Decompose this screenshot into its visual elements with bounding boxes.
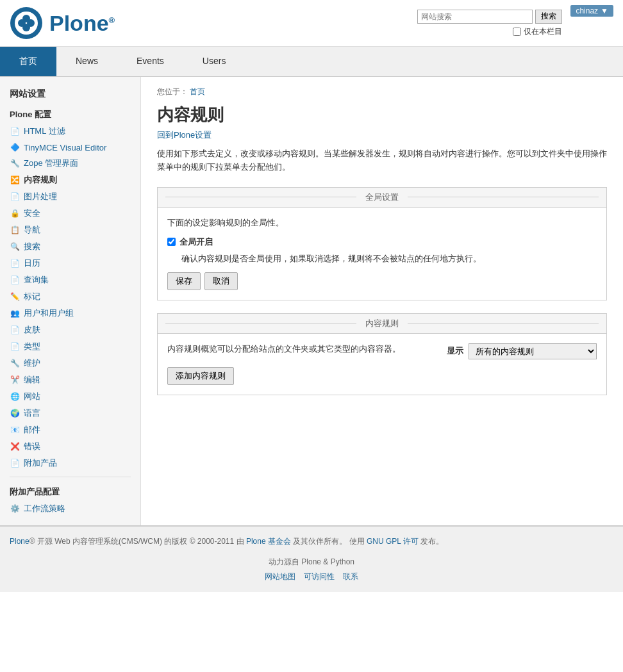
main-layout: 网站设置 Plone 配置 📄 HTML 过滤 🔷 TinyMCE Visual… [0, 77, 623, 525]
global-enable-checkbox-row: 全局开启 [167, 236, 597, 248]
sidebar-item-editing[interactable]: ✂️ 编辑 [0, 372, 140, 388]
global-settings-title: 全局设置 [361, 192, 403, 203]
sidebar-item-search[interactable]: 🔍 搜索 [0, 238, 140, 255]
sidebar-item-calendar[interactable]: 📄 日历 [0, 255, 140, 272]
image-icon: 📄 [10, 192, 20, 202]
collection-icon: 📄 [10, 275, 20, 285]
scissors-icon: ✂️ [10, 375, 20, 385]
sidebar-item-collection[interactable]: 📄 查询集 [0, 272, 140, 288]
section-line-right2 [408, 323, 599, 324]
global-enable-label: 全局开启 [179, 236, 213, 248]
calendar-icon: 📄 [10, 258, 20, 268]
footer-copyright: Plone® 开源 Web 内容管理系统(CMS/WCM) 的版权 © 2000… [10, 536, 613, 547]
content-rules-section: 内容规则 内容规则概览可以分配给站点的文件夹或其它类型的内容容器。 显示 所有的… [157, 313, 607, 395]
sidebar-item-skins[interactable]: 📄 皮肤 [0, 322, 140, 338]
search-local-label: 仅在本栏目 [524, 26, 562, 37]
sidebar-item-image[interactable]: 📄 图片处理 [0, 188, 140, 205]
footer-sitemap-link[interactable]: 网站地图 [265, 572, 295, 581]
section-line-right [408, 197, 599, 197]
sidebar-item-maintenance[interactable]: 🔧 维护 [0, 355, 140, 372]
sidebar-divider [10, 477, 131, 477]
sidebar-section-title: 网站设置 [0, 83, 140, 105]
sidebar-item-html-filter[interactable]: 📄 HTML 过滤 [0, 123, 140, 140]
search-area: 搜索 仅在本栏目 [417, 10, 562, 37]
content-area: 您位于： 首页 内容规则 回到Plone设置 使用如下形式去定义，改变或移动内容… [141, 77, 623, 525]
maintenance-icon: 🔧 [10, 358, 20, 368]
lock-icon: 🔒 [10, 208, 20, 218]
logo-text: Plone® [49, 11, 115, 36]
save-button[interactable]: 保存 [167, 272, 201, 290]
diamond-icon: 🔷 [10, 142, 20, 152]
global-enable-desc: 确认内容规则是否全局使用，如果取消选择，规则将不会被站点的任何地方执行。 [181, 253, 597, 265]
footer-gpl-link[interactable]: GNU GPL 许可 [367, 537, 419, 546]
dropdown-arrow-icon: ▼ [601, 6, 608, 15]
svg-point-5 [22, 24, 30, 31]
error-icon: ❌ [10, 441, 20, 452]
sidebar-item-language[interactable]: 🌍 语言 [0, 405, 140, 422]
footer: Plone® 开源 Web 内容管理系统(CMS/WCM) 的版权 © 2000… [0, 525, 623, 592]
search-button[interactable]: 搜索 [535, 10, 562, 24]
content-rules-header: 内容规则 [158, 314, 606, 334]
footer-powered: 动力源自 Plone & Python [10, 557, 613, 568]
document-icon: 📄 [10, 126, 20, 136]
footer-plone-link[interactable]: Plone [10, 537, 29, 546]
sidebar-item-addon-products[interactable]: 📄 附加产品 [0, 455, 140, 471]
wrench-icon: 🔧 [10, 158, 20, 168]
nav-item-home[interactable]: 首页 [0, 47, 56, 76]
nav-item-users[interactable]: Users [183, 47, 245, 76]
plone-logo-icon [10, 6, 43, 40]
addon-icon: 📄 [10, 458, 20, 468]
sidebar-item-workflow[interactable]: ⚙️ 工作流策略 [0, 500, 140, 517]
user-badge[interactable]: chinaz ▼ [570, 5, 613, 17]
logo-area: Plone® [10, 6, 115, 40]
sidebar-item-tinymce[interactable]: 🔷 TinyMCE Visual Editor [0, 140, 140, 155]
header: Plone® 搜索 仅在本栏目 [0, 0, 623, 47]
mail-icon: 📧 [10, 425, 20, 435]
page-title: 内容规则 [157, 104, 607, 126]
sidebar-item-content-rules[interactable]: 🔀 内容规则 [0, 172, 140, 188]
global-settings-header: 全局设置 [158, 188, 606, 208]
sidebar-item-types[interactable]: 📄 类型 [0, 338, 140, 355]
breadcrumb: 您位于： 首页 [157, 86, 607, 97]
global-settings-body: 下面的设定影响规则的全局性。 全局开启 确认内容规则是否全局使用，如果取消选择，… [158, 208, 606, 300]
language-icon: 🌍 [10, 408, 20, 418]
content-rules-desc: 内容规则概览可以分配给站点的文件夹或其它类型的内容容器。 [167, 343, 401, 355]
nav-item-events[interactable]: Events [117, 47, 183, 76]
global-settings-buttons: 保存 取消 [167, 272, 597, 290]
cancel-button[interactable]: 取消 [204, 272, 238, 290]
arrows-icon: 🔀 [10, 175, 20, 185]
sidebar-item-zope[interactable]: 🔧 Zope 管理界面 [0, 155, 140, 172]
site-icon: 🌐 [10, 391, 20, 402]
nav-item-news[interactable]: News [56, 47, 117, 76]
footer-contact-link[interactable]: 联系 [343, 572, 358, 581]
tag-icon: ✏️ [10, 291, 20, 302]
global-settings-desc: 下面的设定影响规则的全局性。 [167, 217, 597, 229]
footer-accessibility-link[interactable]: 可访问性 [304, 572, 335, 581]
types-icon: 📄 [10, 341, 20, 352]
display-select[interactable]: 所有的内容规则 [469, 343, 597, 359]
page-description: 使用如下形式去定义，改变或移动内容规则。当某些解发器发生，规则将自动对内容进行操… [157, 147, 607, 174]
sidebar-item-mail[interactable]: 📧 邮件 [0, 422, 140, 438]
search-local-checkbox[interactable] [513, 28, 521, 36]
search-icon: 🔍 [10, 242, 20, 252]
add-content-rule-button[interactable]: 添加内容规则 [167, 367, 234, 385]
addon-config-title: 附加产品配置 [0, 482, 140, 500]
skin-icon: 📄 [10, 325, 20, 335]
global-settings-section: 全局设置 下面的设定影响规则的全局性。 全局开启 确认内容规则是否全局使用，如果… [157, 187, 607, 300]
breadcrumb-home-link[interactable]: 首页 [190, 87, 205, 96]
user-name: chinaz [576, 6, 598, 15]
sidebar-item-tags[interactable]: ✏️ 标记 [0, 288, 140, 305]
search-input[interactable] [417, 10, 533, 24]
back-link[interactable]: 回到Plone设置 [157, 129, 212, 141]
footer-foundation-link[interactable]: Plone 基金会 [246, 537, 291, 546]
sidebar-item-security[interactable]: 🔒 安全 [0, 205, 140, 222]
sidebar-plone-config-title: Plone 配置 [0, 105, 140, 123]
section-line-left2 [165, 323, 356, 324]
sidebar-item-users[interactable]: 👥 用户和用户组 [0, 305, 140, 322]
section-line-left [165, 197, 356, 197]
nav-icon: 📋 [10, 225, 20, 235]
global-enable-checkbox[interactable] [167, 238, 176, 246]
sidebar-item-navigation[interactable]: 📋 导航 [0, 222, 140, 238]
sidebar-item-error[interactable]: ❌ 错误 [0, 438, 140, 455]
sidebar-item-site[interactable]: 🌐 网站 [0, 388, 140, 405]
